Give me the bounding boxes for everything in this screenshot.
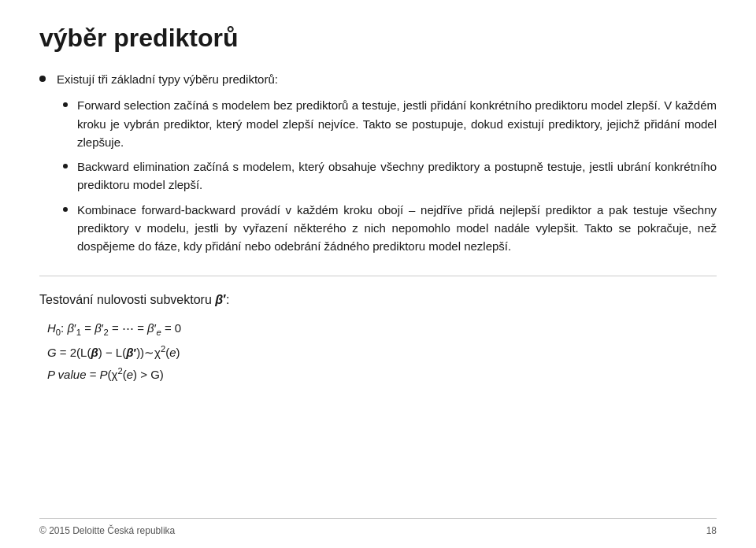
footer-page-number: 18 <box>706 525 717 536</box>
math-section: Testování nulovosti subvektoru β′: H0: β… <box>39 291 717 384</box>
sub-bullet-dot-2 <box>63 164 68 168</box>
slide-title: výběr prediktorů <box>39 24 717 53</box>
forward-selection-label: Forward selection <box>77 98 171 112</box>
sub-bullet-dot-1 <box>63 102 68 107</box>
bullet-item-1: Existují tři základní typy výběru predik… <box>39 70 717 88</box>
sub-bullet-text-2: Backward elimination začíná s modelem, k… <box>77 157 717 194</box>
footer-copyright: © 2015 Deloitte Česká republika <box>39 525 175 536</box>
math-line-3: P value = P(χ2(e) > G) <box>47 363 717 385</box>
sub-bullet-item-1: Forward selection začíná s modelem bez p… <box>39 96 717 151</box>
math-line-1: H0: β′1 = β′2 = ⋯ = β′e = 0 <box>47 317 717 340</box>
slide-footer: © 2015 Deloitte Česká republika 18 <box>39 518 717 536</box>
bullet-text-1: Existují tři základní typy výběru predik… <box>57 70 278 88</box>
sub-bullet-text-3: Kombinace forward-backward provádí v kaž… <box>77 201 717 256</box>
section-divider <box>39 276 717 276</box>
slide-container: výběr prediktorů Existují tři základní t… <box>0 0 756 548</box>
math-section-title: Testování nulovosti subvektoru β′: <box>39 291 717 309</box>
sub-bullet-item-2: Backward elimination začíná s modelem, k… <box>39 157 717 194</box>
sub-bullet-text-1: Forward selection začíná s modelem bez p… <box>77 96 717 151</box>
sub-bullet-dot-3 <box>63 207 68 212</box>
sub-bullet-item-3: Kombinace forward-backward provádí v kaž… <box>39 201 717 256</box>
backward-elimination-label: Backward elimination <box>77 160 190 173</box>
math-line-2: G = 2(L(β) − L(β′))∼χ2(e) <box>47 341 717 363</box>
bullet-dot-1 <box>39 76 46 82</box>
content-area: Existují tři základní typy výběru predik… <box>39 70 717 517</box>
